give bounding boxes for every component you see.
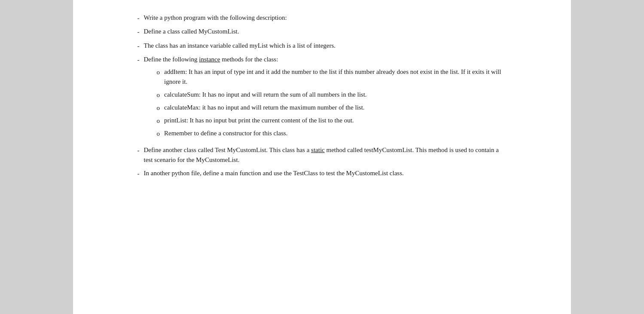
sub-item-text: printList: It has no input but print the… <box>164 116 507 125</box>
list-item-text: In another python file, define a main fu… <box>144 168 507 178</box>
dash-icon: - <box>137 55 140 65</box>
sub-item-text: Remember to define a constructor for thi… <box>164 128 507 138</box>
list-item: - Write a python program with the follow… <box>137 13 507 23</box>
sub-list-item: o addItem: It has an input of type int a… <box>157 67 507 87</box>
dash-icon: - <box>137 168 140 179</box>
circle-icon: o <box>157 90 160 100</box>
list-item: - The class has an instance variable cal… <box>137 41 507 51</box>
list-item: - In another python file, define a main … <box>137 168 507 179</box>
sub-list-item: o calculateMax: it has no input and will… <box>157 103 507 113</box>
sub-item-text: calculateMax: it has no input and will r… <box>164 103 507 113</box>
list-item-text: Define a class called MyCustomList. <box>144 27 507 37</box>
left-sidebar <box>0 0 73 314</box>
sub-list-item: o printList: It has no input but print t… <box>157 116 507 126</box>
list-item-text: Define another class called Test MyCusto… <box>144 145 507 165</box>
circle-icon: o <box>157 116 160 126</box>
dash-icon: - <box>137 41 140 51</box>
list-item: - Define another class called Test MyCus… <box>137 145 507 165</box>
main-list: - Write a python program with the follow… <box>137 13 507 179</box>
dash-icon: - <box>137 145 140 155</box>
underline-text: instance <box>199 56 220 63</box>
page-wrapper: - Write a python program with the follow… <box>0 0 644 314</box>
sub-list-item: o Remember to define a constructor for t… <box>157 128 507 139</box>
document: - Write a python program with the follow… <box>73 0 571 314</box>
circle-icon: o <box>157 103 160 113</box>
list-item-text: Define the following instance methods fo… <box>144 55 507 142</box>
content: - Write a python program with the follow… <box>137 13 507 179</box>
dash-icon: - <box>137 13 140 23</box>
sub-list: o addItem: It has an input of type int a… <box>157 67 507 139</box>
circle-icon: o <box>157 67 160 77</box>
sub-list-item: o calculateSum: It has no input and will… <box>157 90 507 100</box>
circle-icon: o <box>157 128 160 139</box>
list-item-text: Write a python program with the followin… <box>144 13 507 23</box>
list-item: - Define a class called MyCustomList. <box>137 27 507 37</box>
list-item: - Define the following instance methods … <box>137 55 507 142</box>
sub-item-text: addItem: It has an input of type int and… <box>164 67 507 87</box>
right-sidebar <box>571 0 644 314</box>
dash-icon: - <box>137 27 140 37</box>
underline-text: static <box>311 146 325 153</box>
sub-item-text: calculateSum: It has no input and will r… <box>164 90 507 100</box>
list-item-text: The class has an instance variable calle… <box>144 41 507 51</box>
